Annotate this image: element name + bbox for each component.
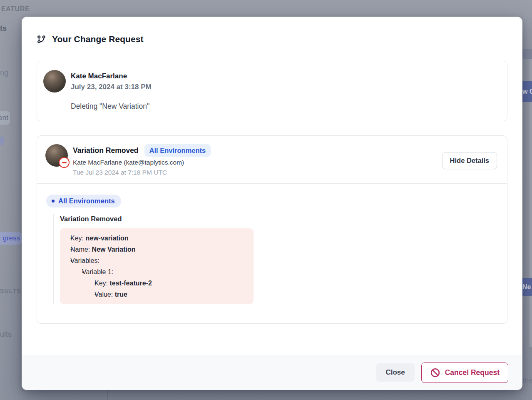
request-message: Deleting "New Variation" <box>71 102 497 111</box>
bg-primary-button: Ne <box>522 278 532 296</box>
environment-pill: All Environments <box>46 195 121 208</box>
avatar <box>45 144 68 167</box>
author-name: Kate MacFarlane <box>71 70 152 81</box>
environment-badge: All Environments <box>144 144 211 157</box>
diff-item: • Key: test-feature-2 <box>60 278 254 289</box>
change-detail-card: Variation Removed All Environments Kate … <box>37 135 507 324</box>
change-timestamp: Tue Jul 23 2024 at 7:18 PM UTC <box>73 168 211 177</box>
removed-diff-box: • Key: new-variation • Name: New Variati… <box>60 228 254 304</box>
diff-item: • Variable 1: <box>60 266 254 278</box>
bg-text-fragment: the <box>522 376 532 385</box>
avatar <box>43 70 66 92</box>
git-branch-icon <box>37 35 46 44</box>
request-comment-card: Kate MacFarlane July 23, 2024 at 3:18 PM… <box>37 61 507 121</box>
bg-status-pill: gress <box>0 232 23 245</box>
bg-nav-item: ts <box>0 24 7 33</box>
request-timestamp: July 23, 2024 at 3:18 PM <box>71 82 152 92</box>
bg-nav-item: ults <box>0 330 12 339</box>
bg-nav-item: ng <box>0 69 8 78</box>
bg-panel-edge <box>530 59 532 347</box>
avatar-photo <box>43 70 66 92</box>
bg-badge <box>0 137 4 145</box>
change-card-header: Variation Removed All Environments Kate … <box>37 136 507 183</box>
cancel-request-button[interactable]: Cancel Request <box>421 362 508 383</box>
diff-item: • Value: true <box>60 289 254 300</box>
bg-section-label: EATURE <box>1 5 30 13</box>
bg-divider <box>107 390 108 400</box>
bg-primary-button: w C <box>522 81 532 102</box>
diff-item: • Name: New Variation <box>60 244 254 255</box>
change-request-modal: Your Change Request Kate MacFarlane July… <box>22 17 522 390</box>
change-title: Variation Removed <box>73 145 139 155</box>
change-details-section: All Environments Variation Removed • Key… <box>37 183 507 323</box>
modal-header: Your Change Request <box>22 17 522 44</box>
details-heading: Variation Removed <box>60 214 497 223</box>
page-title: Your Change Request <box>52 34 144 44</box>
environment-pill-label: All Environments <box>58 197 115 205</box>
change-author: Kate MacFarlane (kate@taplytics.com) <box>73 158 211 167</box>
diff-item: • Variables: <box>60 255 254 266</box>
cancel-request-label: Cancel Request <box>445 368 500 377</box>
modal-footer: Close Cancel Request <box>22 355 522 390</box>
bg-panel-fragment <box>522 49 532 59</box>
environment-dot-icon <box>52 200 55 202</box>
hide-details-button[interactable]: Hide Details <box>442 152 497 169</box>
close-button[interactable]: Close <box>376 363 414 382</box>
diff-item: • Key: new-variation <box>60 232 254 244</box>
bg-badge: ent <box>0 111 10 125</box>
bg-section-label: SULTS <box>0 288 21 294</box>
prohibition-icon <box>430 368 440 378</box>
minus-circle-icon <box>59 157 70 168</box>
